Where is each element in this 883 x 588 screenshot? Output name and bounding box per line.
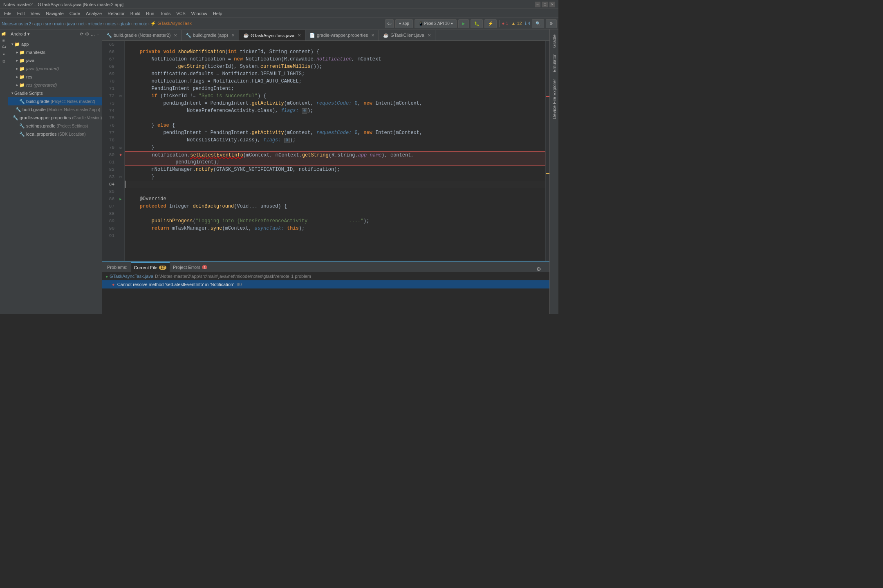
gutter-fold-83[interactable]: ⊟ bbox=[117, 173, 124, 181]
tree-item-build-gradle-project[interactable]: ▸ 🔧 build.gradle (Project: Notes-master2… bbox=[8, 97, 102, 105]
minimize-panel-icon[interactable]: − bbox=[97, 31, 99, 37]
problem-file-row: ● GTaskAsyncTask.java D:\Notes-master2\a… bbox=[102, 272, 549, 280]
menu-run[interactable]: Run bbox=[143, 10, 157, 17]
line-89-wrapper: 89 bbox=[102, 217, 124, 225]
emulator-side-tab[interactable]: Emulator bbox=[550, 51, 558, 76]
line-82-wrapper: 82 bbox=[102, 166, 124, 173]
breadcrumb-main[interactable]: main bbox=[54, 21, 64, 26]
tree-item-settings-gradle[interactable]: ▸ 🔧 settings.gradle (Project Settings) bbox=[8, 122, 102, 130]
problems-minimize-button[interactable]: − bbox=[543, 266, 546, 272]
gutter-fold-79[interactable]: ⊟ bbox=[117, 144, 124, 151]
project-icon[interactable]: 📁 bbox=[2, 32, 6, 37]
editor-container: 🔧 build.gradle (Notes-master2) ✕ 🔧 build… bbox=[102, 29, 549, 314]
tree-item-local-properties[interactable]: ▸ 🔧 local.properties (SDK Location) bbox=[8, 130, 102, 138]
line-num-66: 66 bbox=[102, 48, 117, 56]
close-button[interactable]: ✕ bbox=[549, 2, 555, 7]
breadcrumb-micode[interactable]: micode bbox=[88, 21, 102, 26]
tree-item-build-gradle-app[interactable]: ▸ 🔧 build.gradle (Module: Notes-master2.… bbox=[8, 105, 102, 114]
tree-item-gradle-wrapper[interactable]: ▸ 🔧 gradle-wrapper.properties (Gradle Ve… bbox=[8, 114, 102, 122]
line-number-gutter: 65 66 67 bbox=[102, 41, 125, 261]
tree-item-manifests[interactable]: ▸ 📁 manifests bbox=[8, 48, 102, 56]
menu-refactor[interactable]: Refactor bbox=[105, 10, 127, 17]
debug-button[interactable]: 🐛 bbox=[471, 19, 483, 28]
favorites-icon[interactable]: ★ bbox=[2, 51, 5, 56]
problems-tab-project-errors[interactable]: Project Errors 1 bbox=[170, 262, 211, 272]
problems-settings-button[interactable]: ⚙ bbox=[536, 266, 541, 272]
tree-item-gradle-scripts[interactable]: ▾ Gradle Scripts bbox=[8, 89, 102, 97]
tab-build-gradle-app[interactable]: 🔧 build.gradle (app) ✕ bbox=[182, 30, 239, 40]
nav-back-button[interactable]: ⇦ bbox=[385, 19, 394, 28]
tab-gtask-async-task[interactable]: ☕ GTaskAsyncTask.java ✕ bbox=[239, 30, 305, 40]
code-line-79: } bbox=[125, 144, 545, 151]
minimize-button[interactable]: – bbox=[535, 2, 540, 7]
settings-button[interactable]: ⚙ bbox=[546, 19, 557, 28]
gutter-run-86[interactable]: ▶ bbox=[117, 195, 124, 203]
tab-gtask-client[interactable]: ☕ GTaskClient.java ✕ bbox=[379, 30, 435, 40]
gutter-fold-72[interactable]: ⊟ bbox=[117, 92, 124, 100]
code-line-88 bbox=[125, 210, 545, 217]
breadcrumb-file[interactable]: ⚡ GTaskAsyncTask bbox=[150, 21, 192, 26]
menu-navigate[interactable]: Navigate bbox=[43, 10, 66, 17]
breadcrumb-java[interactable]: java bbox=[67, 21, 75, 26]
breadcrumb-notes-master2[interactable]: Notes-master2 bbox=[2, 21, 31, 26]
tab-build-gradle-notes[interactable]: 🔧 build.gradle (Notes-master2) ✕ bbox=[102, 30, 182, 40]
menu-build[interactable]: Build bbox=[128, 10, 143, 17]
line-81-wrapper: 81 bbox=[102, 159, 124, 166]
breadcrumb-notes[interactable]: notes bbox=[105, 21, 117, 26]
device-file-explorer-tab[interactable]: Device File Explorer bbox=[550, 76, 558, 122]
tree-item-java[interactable]: ▸ 📁 java bbox=[8, 56, 102, 65]
build-variants-icon[interactable]: ⊞ bbox=[2, 59, 5, 64]
menu-edit[interactable]: Edit bbox=[15, 10, 27, 17]
menu-analyze[interactable]: Analyze bbox=[83, 10, 104, 17]
filter-icon[interactable]: ⚙ bbox=[85, 31, 89, 37]
tab-close-gtask-client[interactable]: ✕ bbox=[428, 33, 431, 38]
menu-help[interactable]: Help bbox=[211, 10, 225, 17]
menu-window[interactable]: Window bbox=[189, 10, 210, 17]
line-77-wrapper: 77 bbox=[102, 129, 124, 136]
tree-item-app[interactable]: ▾ 📁 app bbox=[8, 40, 102, 48]
tab-close-build-gradle-notes[interactable]: ✕ bbox=[174, 33, 177, 38]
code-line-77: pendingIntent = PendingIntent.getActivit… bbox=[125, 129, 545, 136]
problems-tab-problems[interactable]: Problems: bbox=[104, 262, 131, 272]
right-gutter-warning-mark bbox=[546, 173, 549, 174]
tab-close-gradle-wrapper[interactable]: ✕ bbox=[371, 33, 374, 38]
gutter-error-80[interactable]: ● bbox=[117, 151, 124, 159]
gear-icon[interactable]: … bbox=[91, 31, 95, 37]
code-line-70: notification.flags = Notification.FLAG_A… bbox=[125, 78, 545, 85]
editor-scroll-area[interactable]: 65 66 67 bbox=[102, 41, 549, 261]
code-content[interactable]: private void showNotification(int ticker… bbox=[125, 41, 545, 261]
line-80-wrapper: 80 ● bbox=[102, 151, 124, 159]
resource-icon[interactable]: 🗂 bbox=[2, 44, 6, 49]
toolbar-sep bbox=[499, 20, 500, 27]
tab-gradle-wrapper-props[interactable]: 📄 gradle-wrapper.properties ✕ bbox=[305, 30, 379, 40]
tree-item-java-generated[interactable]: ▸ 📁 java (generated) bbox=[8, 65, 102, 73]
menu-tools[interactable]: Tools bbox=[157, 10, 173, 17]
tab-close-build-gradle-app[interactable]: ✕ bbox=[231, 33, 235, 38]
profile-button[interactable]: ⚡ bbox=[484, 19, 497, 28]
menu-code[interactable]: Code bbox=[67, 10, 83, 17]
problems-tab-current-file[interactable]: Current File 17 bbox=[131, 262, 170, 272]
gradle-icon: 🔧 bbox=[106, 33, 112, 38]
run-button[interactable]: ▶ bbox=[458, 19, 469, 28]
editor-tab-bar: 🔧 build.gradle (Notes-master2) ✕ 🔧 build… bbox=[102, 29, 549, 41]
structure-icon[interactable]: ≡ bbox=[2, 39, 6, 42]
menu-view[interactable]: View bbox=[28, 10, 43, 17]
search-everywhere-button[interactable]: 🔍 bbox=[532, 19, 544, 28]
tree-item-res[interactable]: ▸ 📁 res bbox=[8, 73, 102, 81]
menu-vcs[interactable]: VCS bbox=[174, 10, 188, 17]
breadcrumb-remote[interactable]: remote bbox=[133, 21, 147, 26]
problem-error-row[interactable]: ● Cannot resolve method 'setLatestEventI… bbox=[102, 280, 549, 288]
breadcrumb-src[interactable]: src bbox=[45, 21, 51, 26]
app-selector[interactable]: ▾ app bbox=[395, 19, 412, 28]
sync-icon[interactable]: ⟳ bbox=[80, 31, 83, 37]
menu-file[interactable]: File bbox=[2, 10, 14, 17]
device-selector[interactable]: 📱 Pixel 2 API 30 ▾ bbox=[415, 19, 457, 28]
line-78-wrapper: 78 bbox=[102, 136, 124, 144]
maximize-button[interactable]: □ bbox=[542, 2, 548, 7]
breadcrumb-app[interactable]: app bbox=[34, 21, 42, 26]
gradle-side-tab[interactable]: Gradle bbox=[550, 31, 558, 51]
breadcrumb-gtask[interactable]: gtask bbox=[119, 21, 130, 26]
tab-close-gtask[interactable]: ✕ bbox=[298, 33, 301, 38]
tree-item-res-generated[interactable]: ▸ 📁 res (generated) bbox=[8, 81, 102, 89]
breadcrumb-net[interactable]: net bbox=[78, 21, 85, 26]
